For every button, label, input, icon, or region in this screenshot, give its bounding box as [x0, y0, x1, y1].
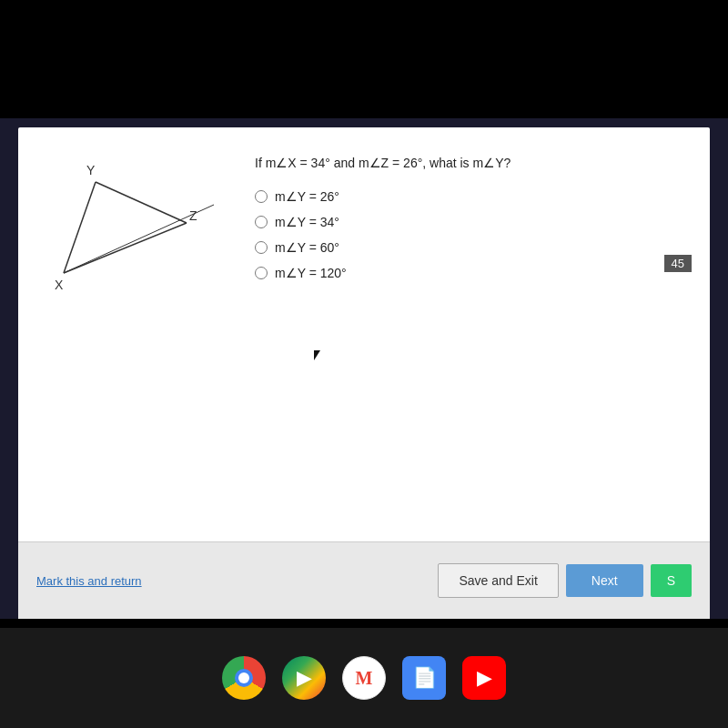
option-3[interactable]: m∠Y = 60° — [255, 240, 692, 255]
bottom-bar: Mark this and return Save and Exit Next … — [18, 541, 710, 619]
button-group: Save and Exit Next S — [438, 563, 692, 598]
save-exit-button[interactable]: Save and Exit — [438, 563, 558, 598]
diagram-area: X Y Z — [36, 155, 237, 318]
svg-line-0 — [64, 182, 96, 273]
options-list: m∠Y = 26° m∠Y = 34° m∠Y = 60° m∠Y = 120° — [255, 189, 692, 280]
timer-value: 45 — [672, 257, 684, 270]
chrome-icon[interactable] — [222, 656, 266, 700]
option-1-label: m∠Y = 26° — [275, 189, 339, 204]
taskbar: ▶ M 📄 ▶ — [0, 628, 728, 728]
timer-badge: 45 — [664, 255, 692, 272]
mouse-cursor — [314, 350, 320, 360]
gmail-icon[interactable]: M — [342, 656, 386, 700]
triangle-diagram: X Y Z — [36, 155, 237, 318]
radio-opt1[interactable] — [255, 190, 268, 203]
docs-icon[interactable]: 📄 — [402, 656, 446, 700]
question-text-area: If m∠X = 34° and m∠Z = 26°, what is m∠Y?… — [255, 155, 692, 291]
content-panel: 45 X Y Z If m∠X = 34° and m∠Z = 26°, wha… — [18, 127, 710, 619]
question-text: If m∠X = 34° and m∠Z = 26°, what is m∠Y? — [255, 155, 692, 173]
youtube-icon[interactable]: ▶ — [462, 656, 506, 700]
play-store-icon[interactable]: ▶ — [282, 656, 326, 700]
option-2[interactable]: m∠Y = 34° — [255, 215, 692, 229]
radio-opt4[interactable] — [255, 267, 268, 279]
option-4-label: m∠Y = 120° — [275, 266, 347, 280]
svg-line-1 — [96, 182, 187, 223]
radio-opt3[interactable] — [255, 241, 268, 254]
point-z-label: Z — [189, 208, 197, 223]
point-y-label: Y — [86, 163, 96, 177]
svg-line-2 — [64, 223, 187, 273]
option-4[interactable]: m∠Y = 120° — [255, 266, 692, 280]
option-3-label: m∠Y = 60° — [275, 240, 339, 255]
option-2-label: m∠Y = 34° — [275, 215, 339, 229]
next-button[interactable]: Next — [566, 564, 643, 597]
radio-opt2[interactable] — [255, 216, 268, 228]
option-1[interactable]: m∠Y = 26° — [255, 189, 692, 204]
point-x-label: X — [55, 278, 64, 292]
question-area: X Y Z If m∠X = 34° and m∠Z = 26°, what i… — [18, 127, 710, 528]
extra-button[interactable]: S — [651, 564, 692, 597]
mark-return-link[interactable]: Mark this and return — [36, 574, 142, 588]
